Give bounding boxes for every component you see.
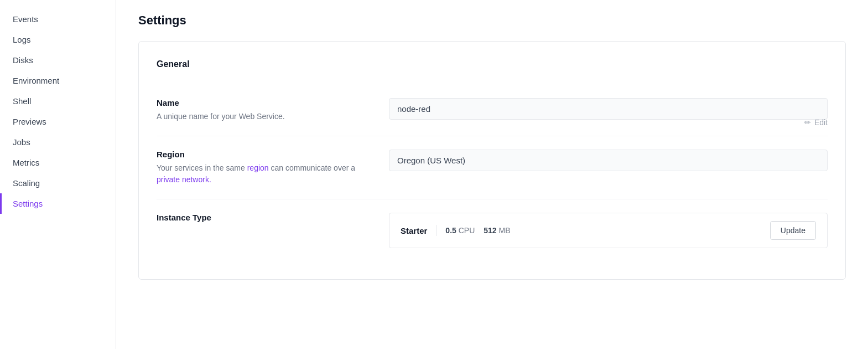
name-input[interactable] xyxy=(389,98,828,120)
instance-cpu: 0.5 CPU xyxy=(445,226,475,235)
name-row: Name A unique name for your Web Service.… xyxy=(157,85,828,136)
cpu-label: CPU xyxy=(459,226,475,235)
sidebar-item-scaling[interactable]: Scaling xyxy=(0,173,116,193)
private-network-link[interactable]: private network. xyxy=(157,175,211,184)
instance-mem: 512 MB xyxy=(484,226,510,235)
instance-type-value-col: Starter 0.5 CPU 512 MB Update xyxy=(389,213,828,248)
main-content: Settings General Name A unique name for … xyxy=(116,0,868,349)
sidebar-item-environment[interactable]: Environment xyxy=(0,70,116,91)
name-description: A unique name for your Web Service. xyxy=(157,111,371,122)
mem-unit: MB xyxy=(499,226,511,235)
name-edit-button[interactable]: ✏ Edit xyxy=(804,118,828,127)
page-title: Settings xyxy=(138,13,846,28)
region-desc-prefix: Your services in the same xyxy=(157,163,247,172)
name-label-col: Name A unique name for your Web Service. xyxy=(157,98,389,122)
pencil-icon: ✏ xyxy=(804,118,811,127)
name-label: Name xyxy=(157,98,371,107)
sidebar: EventsLogsDisksEnvironmentShellPreviewsJ… xyxy=(0,0,116,349)
region-desc-middle: can communicate over a xyxy=(269,163,355,172)
section-general-title: General xyxy=(157,59,828,69)
mem-value: 512 xyxy=(484,226,496,235)
region-value-col xyxy=(389,150,828,171)
settings-card: General Name A unique name for your Web … xyxy=(138,41,846,280)
sidebar-item-disks[interactable]: Disks xyxy=(0,50,116,70)
region-row: Region Your services in the same region … xyxy=(157,136,828,199)
sidebar-item-metrics[interactable]: Metrics xyxy=(0,152,116,173)
update-button[interactable]: Update xyxy=(770,221,816,240)
instance-type-box: Starter 0.5 CPU 512 MB Update xyxy=(389,213,828,248)
sidebar-item-previews[interactable]: Previews xyxy=(0,111,116,132)
instance-type-label: Instance Type xyxy=(157,213,371,222)
sidebar-item-jobs[interactable]: Jobs xyxy=(0,132,116,152)
sidebar-item-logs[interactable]: Logs xyxy=(0,29,116,50)
edit-label: Edit xyxy=(814,118,828,127)
instance-divider xyxy=(436,225,436,236)
instance-type-row: Instance Type Starter 0.5 CPU 512 MB Upd… xyxy=(157,199,828,261)
instance-name: Starter xyxy=(401,226,427,235)
cpu-value: 0.5 xyxy=(445,226,456,235)
name-value-col xyxy=(389,98,828,120)
region-input[interactable] xyxy=(389,150,828,171)
region-description: Your services in the same region can com… xyxy=(157,162,371,186)
instance-type-label-col: Instance Type xyxy=(157,213,389,225)
region-link[interactable]: region xyxy=(247,163,269,172)
sidebar-item-settings[interactable]: Settings xyxy=(0,193,116,214)
sidebar-item-events[interactable]: Events xyxy=(0,9,116,29)
region-label-col: Region Your services in the same region … xyxy=(157,150,389,186)
region-label: Region xyxy=(157,150,371,159)
sidebar-item-shell[interactable]: Shell xyxy=(0,91,116,111)
